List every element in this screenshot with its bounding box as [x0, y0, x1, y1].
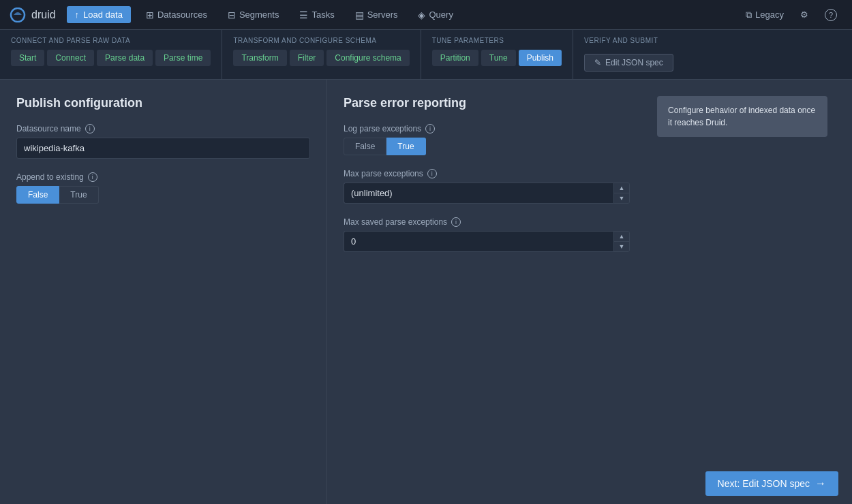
- datasource-name-label: Datasource name i: [16, 124, 310, 133]
- max-saved-spinner: ▲ ▼: [344, 231, 630, 252]
- right-panel: Parse error reporting Log parse exceptio…: [327, 80, 852, 504]
- step-partition[interactable]: Partition: [432, 50, 478, 66]
- parse-error-title: Parse error reporting: [344, 96, 630, 110]
- edit-icon: ✎: [594, 58, 601, 67]
- append-to-existing-label: Append to existing i: [16, 172, 310, 182]
- datasource-name-input[interactable]: [16, 138, 310, 159]
- max-saved-parse-group: Max saved parse exceptions i ▲ ▼: [344, 217, 630, 252]
- max-parse-spinner: ▲ ▼: [344, 183, 630, 204]
- wizard-sections: Connect and parse raw data Start Connect…: [0, 30, 852, 79]
- max-parse-increment-button[interactable]: ▲: [614, 183, 629, 193]
- parse-error-section: Parse error reporting Log parse exceptio…: [344, 96, 630, 266]
- max-parse-label: Max parse exceptions i: [344, 169, 630, 178]
- step-tune[interactable]: Tune: [481, 50, 516, 66]
- step-parse-time[interactable]: Parse time: [155, 50, 211, 66]
- max-parse-decrement-button[interactable]: ▼: [614, 193, 629, 203]
- main-content: Publish configuration Datasource name i …: [0, 80, 852, 504]
- step-configure-schema[interactable]: Configure schema: [326, 50, 409, 66]
- segments-icon: ⊟: [228, 10, 236, 20]
- section-label-verify: Verify and submit: [584, 37, 841, 44]
- step-filter[interactable]: Filter: [290, 50, 324, 66]
- datasources-icon: ⊞: [146, 10, 154, 20]
- log-parse-info-icon[interactable]: i: [425, 124, 435, 133]
- step-start[interactable]: Start: [11, 50, 44, 66]
- left-panel: Publish configuration Datasource name i …: [0, 80, 327, 504]
- arrow-right-icon: →: [815, 477, 826, 490]
- servers-icon: ▤: [355, 10, 364, 20]
- steps-tune: Partition Tune Publish: [432, 50, 562, 66]
- max-parse-spinner-buttons: ▲ ▼: [613, 183, 630, 204]
- max-saved-increment-button[interactable]: ▲: [614, 232, 629, 242]
- settings-button[interactable]: ⚙: [793, 6, 815, 23]
- wizard-bar: Connect and parse raw data Start Connect…: [0, 30, 852, 80]
- step-parse-data[interactable]: Parse data: [97, 50, 153, 66]
- datasource-name-info-icon[interactable]: i: [85, 124, 95, 133]
- log-parse-exceptions-group: Log parse exceptions i False True: [344, 124, 630, 155]
- steps-connect-parse: Start Connect Parse data Parse time: [11, 50, 211, 66]
- nav-item-datasources[interactable]: ⊞ Datasources: [136, 5, 217, 25]
- gear-icon: ⚙: [800, 10, 808, 20]
- nav-items: ⊞ Datasources ⊟ Segments ☰ Tasks ▤ Serve…: [136, 5, 739, 25]
- wizard-section-tune: Tune parameters Partition Tune Publish: [421, 30, 573, 79]
- step-publish[interactable]: Publish: [519, 50, 562, 66]
- max-saved-parse-info-icon[interactable]: i: [451, 217, 461, 227]
- log-true-button[interactable]: True: [386, 138, 425, 155]
- top-nav: druid ↑ Load data ⊞ Datasources ⊟ Segmen…: [0, 0, 852, 30]
- druid-logo-icon: [8, 7, 27, 22]
- log-false-button[interactable]: False: [344, 138, 386, 155]
- max-saved-spinner-buttons: ▲ ▼: [613, 231, 630, 252]
- append-to-existing-group: Append to existing i False True: [16, 172, 310, 204]
- external-link-icon: ⧉: [746, 10, 752, 20]
- max-parse-exceptions-input[interactable]: [344, 183, 613, 204]
- load-data-button[interactable]: ↑ Load data: [67, 6, 131, 23]
- wizard-section-verify: Verify and submit ✎ Edit JSON spec: [573, 30, 852, 79]
- wizard-section-connect-parse: Connect and parse raw data Start Connect…: [0, 30, 222, 79]
- step-connect[interactable]: Connect: [47, 50, 94, 66]
- log-parse-label: Log parse exceptions i: [344, 124, 630, 133]
- nav-item-segments[interactable]: ⊟ Segments: [218, 5, 289, 25]
- tooltip-box: Configure behavior of indexed data once …: [657, 96, 827, 137]
- tooltip-text: Configure behavior of indexed data once …: [668, 106, 815, 127]
- nav-item-servers[interactable]: ▤ Servers: [346, 5, 408, 25]
- log-parse-toggle-group: False True: [344, 138, 630, 155]
- nav-right: ⧉ Legacy ⚙ ?: [739, 5, 844, 25]
- app-name: druid: [31, 9, 56, 21]
- step-transform[interactable]: Transform: [233, 50, 286, 66]
- help-button[interactable]: ?: [818, 5, 844, 25]
- datasource-name-group: Datasource name i: [16, 124, 310, 159]
- wizard-section-transform: Transform and configure schema Transform…: [222, 30, 421, 79]
- append-info-icon[interactable]: i: [88, 172, 97, 182]
- append-false-button[interactable]: False: [16, 186, 59, 204]
- publish-config-title: Publish configuration: [16, 96, 310, 110]
- nav-item-query[interactable]: ◈ Query: [408, 5, 462, 25]
- max-parse-info-icon[interactable]: i: [427, 169, 437, 178]
- tasks-icon: ☰: [299, 10, 308, 20]
- append-toggle-group: False True: [16, 186, 310, 204]
- edit-json-spec-button[interactable]: ✎ Edit JSON spec: [584, 54, 673, 72]
- max-saved-decrement-button[interactable]: ▼: [614, 242, 629, 251]
- help-icon: ?: [825, 9, 837, 21]
- append-true-button[interactable]: True: [59, 186, 98, 204]
- section-label-tune: Tune parameters: [432, 37, 562, 44]
- legacy-button[interactable]: ⧉ Legacy: [739, 6, 791, 24]
- next-button-wrap: Next: Edit JSON spec →: [692, 463, 852, 504]
- max-parse-exceptions-group: Max parse exceptions i ▲ ▼: [344, 169, 630, 204]
- max-saved-parse-input[interactable]: [344, 231, 613, 252]
- section-label-connect-parse: Connect and parse raw data: [11, 37, 211, 44]
- query-icon: ◈: [418, 10, 425, 20]
- section-label-transform: Transform and configure schema: [233, 37, 409, 44]
- nav-item-tasks[interactable]: ☰ Tasks: [290, 5, 344, 25]
- steps-verify: ✎ Edit JSON spec: [584, 50, 841, 72]
- next-button[interactable]: Next: Edit JSON spec →: [705, 471, 838, 496]
- max-saved-parse-label: Max saved parse exceptions i: [344, 217, 630, 227]
- steps-transform: Transform Filter Configure schema: [233, 50, 409, 66]
- logo-area: druid: [8, 7, 56, 22]
- upload-icon: ↑: [75, 10, 80, 20]
